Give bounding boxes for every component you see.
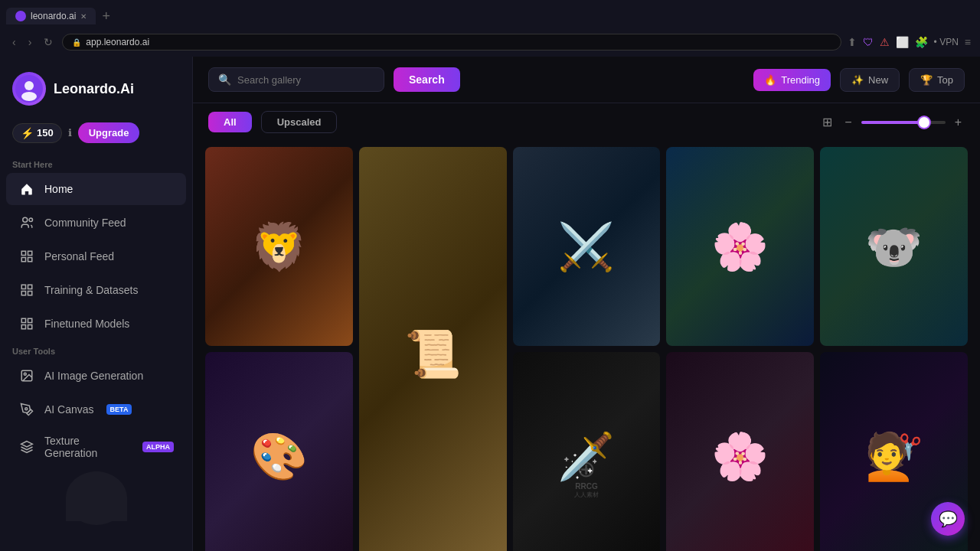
sidebar-item-label: Community Feed [44, 217, 126, 229]
main-content: 🔍 Search 🔥 Trending ✨ New 🏆 Top All Upsc… [193, 57, 980, 551]
new-button[interactable]: ✨ New [840, 68, 900, 92]
image-card-flowers[interactable]: 🌸 ⌘ ⋯ ⤢ [666, 147, 814, 346]
filter-all-tab[interactable]: All [208, 112, 252, 132]
card-action-btn-2[interactable]: ⌘ [427, 153, 449, 174]
card-expand-btn-3[interactable]: ⤢ [632, 153, 654, 174]
card-action-btn-6[interactable]: ⌘ [273, 358, 295, 380]
gallery-toolbar: 🔍 Search 🔥 Trending ✨ New 🏆 Top [193, 57, 980, 103]
card-action-btn-3[interactable]: ⌘ [580, 153, 602, 174]
sidebar-item-texture[interactable]: Texture Generation ALPHA [6, 427, 186, 467]
sidebar-item-finetuned[interactable]: Finetuned Models [6, 308, 186, 340]
card-expand-btn-7[interactable]: ⤢ [632, 358, 654, 380]
lock-icon: 🔒 [72, 38, 81, 47]
sidebar-item-label: Texture Generation [44, 435, 130, 459]
chat-icon: 💬 [939, 510, 958, 528]
sidebar-item-home[interactable]: Home [6, 173, 186, 205]
card-more-btn-3[interactable]: ⋯ [606, 153, 628, 174]
card-more-btn-4[interactable]: ⋯ [760, 153, 782, 174]
trending-button[interactable]: 🔥 Trending [753, 69, 831, 91]
card-more-btn-5[interactable]: ⋯ [940, 153, 962, 174]
svg-point-4 [29, 218, 33, 222]
top-button[interactable]: 🏆 Top [909, 68, 965, 92]
image-card-koala[interactable]: 🐨 ⌘ ⋯ [820, 147, 968, 346]
card-expand-btn-8[interactable]: ⤢ [786, 358, 808, 380]
card-action-btn-4[interactable]: ⌘ [734, 153, 756, 174]
card-expand-btn-6[interactable]: ⤢ [325, 358, 347, 380]
app-wrapper: Leonardo.Ai ⚡ 150 ℹ Upgrade Start Here H… [0, 57, 980, 551]
sidebar-item-ai-canvas[interactable]: AI Canvas BETA [6, 393, 186, 425]
token-row: ⚡ 150 ℹ Upgrade [0, 118, 192, 154]
sidebar-item-community-feed[interactable]: Community Feed [6, 207, 186, 239]
sidebar-item-ai-image[interactable]: AI Image Generation [6, 360, 186, 392]
svg-rect-6 [28, 251, 32, 255]
community-icon [18, 214, 35, 231]
svg-rect-7 [21, 258, 25, 262]
trending-label: Trending [781, 74, 820, 86]
sidebar-item-personal-feed[interactable]: Personal Feed [6, 240, 186, 272]
image-card-anime-girl[interactable]: 🎨 ⌘ ⋯ ⤢ [205, 352, 353, 551]
address-bar: ‹ › ↻ 🔒 app.leonardo.ai ⬆ 🛡 ⚠ ⬜ 🧩 • VPN … [0, 28, 980, 57]
svg-point-1 [24, 81, 34, 90]
zoom-slider-thumb [919, 117, 929, 128]
zoom-out-icon[interactable]: − [841, 114, 854, 131]
filter-upscaled-tab[interactable]: Upscaled [261, 111, 338, 133]
card-action-btn-9[interactable]: ⌘ [914, 358, 936, 380]
svg-rect-10 [28, 285, 32, 289]
sidebar-item-label: Personal Feed [44, 250, 114, 262]
card-action-btn-1[interactable]: ⌘ [273, 153, 295, 174]
token-info-icon[interactable]: ℹ [68, 127, 72, 139]
card-expand-btn[interactable]: ⤢ [325, 153, 347, 174]
forward-btn[interactable]: › [25, 34, 35, 50]
browser-chrome: leonardo.ai ✕ + ‹ › ↻ 🔒 app.leonardo.ai … [0, 0, 980, 57]
grid-icon[interactable]: ⊞ [819, 113, 835, 131]
personal-icon [18, 248, 35, 265]
card-expand-btn-2[interactable]: ⤢ [479, 153, 501, 174]
svg-rect-9 [21, 285, 25, 289]
image-card-warrior[interactable]: ⚔️ ⌘ ⋯ ⤢ [513, 147, 661, 346]
sidebar-logo: Leonardo.Ai [0, 66, 192, 118]
zoom-slider[interactable] [861, 121, 946, 124]
back-btn[interactable]: ‹ [9, 34, 19, 50]
tab-close-icon[interactable]: ✕ [80, 12, 87, 21]
svg-rect-13 [21, 318, 25, 322]
card-more-btn-2[interactable]: ⋯ [453, 153, 475, 174]
ghost-decoration [0, 468, 192, 529]
filter-row: All Upscaled ⊞ − + [193, 103, 980, 141]
svg-rect-12 [28, 292, 32, 295]
card-more-btn[interactable]: ⋯ [299, 153, 321, 174]
svg-rect-8 [28, 258, 32, 262]
image-card-hieroglyphs[interactable]: 📜 ⌘ ⋯ ⤢ [359, 147, 507, 551]
image-card-pink-girl[interactable]: 🌸 ⌘ ⋯ ⤢ [666, 352, 814, 551]
shield-icon: 🛡 [863, 36, 874, 48]
browser-tab[interactable]: leonardo.ai ✕ [6, 8, 96, 24]
svg-rect-5 [21, 251, 25, 255]
refresh-btn[interactable]: ↻ [41, 34, 56, 50]
new-tab-icon[interactable]: + [102, 8, 110, 24]
search-input[interactable] [237, 74, 374, 86]
svg-point-18 [24, 373, 26, 375]
alpha-badge: ALPHA [142, 442, 174, 452]
avatar [12, 72, 46, 106]
sidebar-toggle-icon[interactable]: ⬜ [896, 36, 909, 48]
card-expand-btn-4[interactable]: ⤢ [786, 153, 808, 174]
favicon [15, 11, 26, 21]
chat-button[interactable]: 💬 [931, 502, 965, 536]
new-icon: ✨ [851, 74, 864, 86]
extensions-icon[interactable]: 🧩 [915, 36, 928, 48]
card-action-btn-5[interactable]: ⌘ [914, 153, 936, 174]
card-more-btn-9[interactable]: ⋯ [940, 358, 962, 380]
svg-rect-16 [28, 325, 32, 329]
svg-rect-14 [28, 318, 32, 322]
search-button[interactable]: Search [394, 67, 460, 92]
menu-icon[interactable]: ≡ [965, 36, 971, 48]
card-more-btn-8[interactable]: ⋯ [760, 358, 782, 380]
image-card-lion[interactable]: 🦁 ⌘ ⋯ ⤢ [205, 147, 353, 346]
card-action-btn-8[interactable]: ⌘ [734, 358, 756, 380]
upgrade-button[interactable]: Upgrade [78, 122, 140, 143]
image-card-dark-warrior[interactable]: 🗡️ ⊕ RRCG 人人素材 ⋯ ⤢ [513, 352, 661, 551]
zoom-in-icon[interactable]: + [952, 114, 965, 131]
card-action-btn-7[interactable]: ⋯ [606, 358, 628, 380]
card-more-btn-6[interactable]: ⋯ [299, 358, 321, 380]
sidebar-item-training[interactable]: Training & Datasets [6, 274, 186, 306]
share-icon[interactable]: ⬆ [848, 36, 857, 48]
